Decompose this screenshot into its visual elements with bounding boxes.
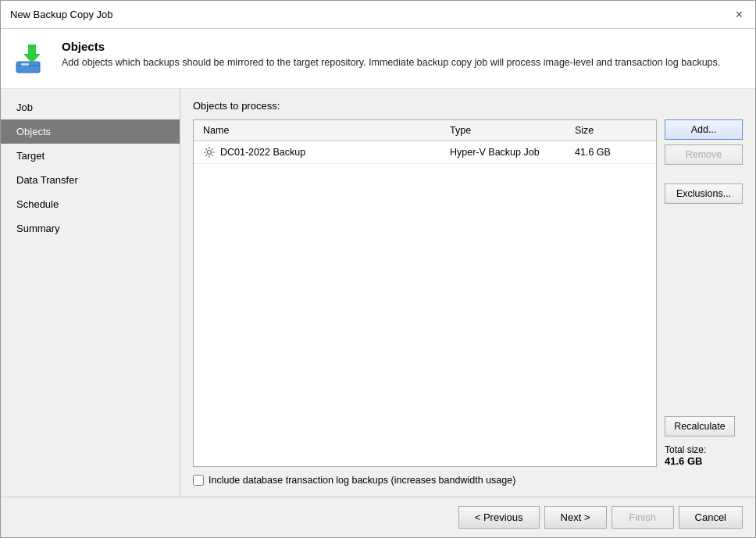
transaction-log-checkbox-row: Include database transaction log backups… (193, 475, 743, 486)
sidebar-item-data-transfer-label: Data Transfer (16, 174, 78, 186)
sidebar-item-job-label: Job (16, 102, 33, 113)
row-size: 41.6 GB (575, 147, 611, 158)
header-description: Add objects which backups should be mirr… (62, 56, 720, 70)
row-type: Hyper-V Backup Job (450, 147, 540, 158)
total-size-value: 41.6 GB (665, 455, 706, 467)
row-name-cell: DC01-2022 Backup (200, 144, 447, 160)
sidebar-item-schedule-label: Schedule (16, 198, 59, 210)
header-section: Objects Add objects which backups should… (1, 29, 755, 89)
row-size-cell: 41.6 GB (572, 145, 650, 159)
col-header-size: Size (572, 123, 650, 137)
row-name: DC01-2022 Backup (220, 147, 305, 158)
sidebar-item-summary-label: Summary (16, 223, 60, 234)
sidebar-item-schedule[interactable]: Schedule (1, 192, 180, 216)
table-body: DC01-2022 Backup Hyper-V Backup Job 41.6… (194, 141, 656, 466)
dialog-title: New Backup Copy Job (10, 9, 113, 20)
objects-to-process-label: Objects to process: (193, 100, 743, 112)
svg-point-4 (208, 151, 212, 155)
sidebar-item-job[interactable]: Job (1, 95, 180, 119)
previous-button[interactable]: < Previous (458, 506, 540, 529)
remove-button[interactable]: Remove (665, 144, 743, 165)
exclusions-button[interactable]: Exclusions... (665, 183, 743, 204)
svg-rect-3 (21, 63, 29, 66)
main-panel: Objects to process: Name Type Size (180, 89, 755, 497)
sidebar-item-data-transfer[interactable]: Data Transfer (1, 168, 180, 192)
sidebar: Job Objects Target Data Transfer Schedul… (1, 89, 180, 497)
objects-table: Name Type Size DC01-2 (193, 119, 657, 467)
total-size-label: Total size: (665, 444, 706, 455)
next-button[interactable]: Next > (544, 506, 607, 529)
header-title: Objects (62, 40, 720, 53)
recalculate-button[interactable]: Recalculate (665, 416, 735, 436)
table-header: Name Type Size (194, 120, 656, 141)
objects-icon (13, 40, 51, 77)
sidebar-item-target-label: Target (16, 150, 45, 162)
table-row[interactable]: DC01-2022 Backup Hyper-V Backup Job 41.6… (194, 141, 656, 164)
sidebar-item-objects-label: Objects (16, 126, 51, 137)
transaction-log-checkbox[interactable] (193, 475, 204, 486)
svg-marker-2 (23, 45, 41, 63)
header-icon (13, 40, 51, 77)
recalculate-area: Recalculate Total size: 41.6 GB (665, 416, 743, 467)
content-area: Job Objects Target Data Transfer Schedul… (1, 89, 755, 497)
sidebar-item-summary[interactable]: Summary (1, 216, 180, 240)
transaction-log-label[interactable]: Include database transaction log backups… (209, 475, 515, 486)
gear-icon (203, 146, 216, 159)
row-type-cell: Hyper-V Backup Job (447, 145, 572, 159)
close-button[interactable]: × (733, 9, 746, 21)
sidebar-item-target[interactable]: Target (1, 144, 180, 168)
sidebar-item-objects[interactable]: Objects (1, 119, 180, 144)
dialog: New Backup Copy Job × Objects Add object… (0, 0, 756, 538)
col-header-type: Type (447, 123, 572, 137)
col-header-name: Name (200, 123, 447, 137)
title-bar: New Backup Copy Job × (1, 1, 755, 29)
objects-container: Name Type Size DC01-2 (193, 119, 743, 467)
footer: < Previous Next > Finish Cancel (1, 497, 755, 537)
cancel-button[interactable]: Cancel (679, 506, 743, 529)
finish-button[interactable]: Finish (612, 506, 674, 529)
actions-panel: Add... Remove Exclusions... Recalculate … (665, 119, 743, 467)
add-button[interactable]: Add... (665, 119, 743, 140)
header-text: Objects Add objects which backups should… (62, 40, 720, 70)
